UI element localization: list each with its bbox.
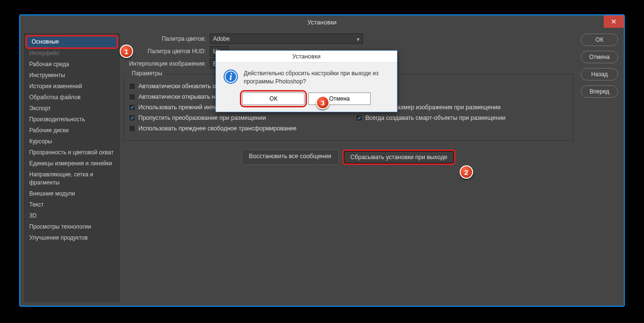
sidebar-item-interface[interactable]: Интерфейс: [24, 48, 119, 59]
annotation-badge-3: 3: [316, 96, 329, 109]
cancel-button[interactable]: Отмена: [581, 51, 618, 63]
reset-on-exit-button[interactable]: Сбрасывать установки при выходе: [342, 150, 455, 165]
dialog-ok-button[interactable]: ОК: [242, 92, 305, 105]
check-label: Автоматически открывать нач: [138, 93, 222, 100]
check-label: Пропустить преобразование при размещении: [138, 115, 266, 121]
back-button[interactable]: Назад: [581, 68, 618, 81]
checkbox[interactable]: [129, 93, 136, 100]
sidebar-item-export[interactable]: Экспорт: [24, 103, 119, 114]
sidebar-item-type[interactable]: Текст: [24, 199, 119, 210]
checkbox[interactable]: [129, 125, 136, 132]
titlebar: Установки ✕: [20, 15, 624, 30]
sidebar: Основные Интерфейс Рабочая среда Инструм…: [24, 34, 120, 302]
window-title: Установки: [307, 19, 337, 26]
palette-value: Adobe: [213, 35, 230, 42]
info-icon: i: [224, 69, 238, 84]
annotation-badge-1: 1: [120, 45, 133, 58]
checkbox[interactable]: [129, 83, 136, 90]
sidebar-item-filehandling[interactable]: Обработка файлов: [24, 92, 119, 103]
restore-messages-button[interactable]: Восстановить все сообщения: [242, 150, 339, 165]
confirm-dialog: Установки i Действительно сбросить настр…: [215, 50, 397, 112]
sidebar-item-3d[interactable]: 3D: [24, 210, 119, 221]
forward-button[interactable]: Вперед: [581, 85, 618, 98]
parameters-legend: Параметры: [129, 70, 165, 77]
check-label: Всегда создавать смарт-объекты при разме…: [365, 115, 506, 121]
sidebar-item-tools[interactable]: Инструменты: [24, 70, 119, 81]
hud-label: Палитра цветов HUD:: [124, 48, 210, 55]
sidebar-item-improvement[interactable]: Улучшение продуктов: [24, 232, 119, 243]
sidebar-item-techpreview[interactable]: Просмотры технологии: [24, 221, 119, 232]
sidebar-item-workspace[interactable]: Рабочая среда: [24, 59, 119, 70]
palette-select[interactable]: Adobe ▾: [210, 34, 363, 44]
sidebar-item-history[interactable]: История изменений: [24, 81, 119, 92]
checkbox[interactable]: [129, 104, 136, 111]
ok-button[interactable]: ОК: [581, 34, 618, 46]
sidebar-item-transparency[interactable]: Прозрачность и цветовой охват: [24, 147, 119, 158]
annotation-badge-2: 2: [460, 165, 473, 179]
close-icon[interactable]: ✕: [604, 15, 624, 28]
dialog-title: Установки: [216, 51, 397, 63]
chevron-down-icon: ▾: [357, 36, 360, 43]
sidebar-item-performance[interactable]: Производительность: [24, 114, 119, 125]
checkbox[interactable]: [129, 115, 136, 121]
sidebar-item-plugins[interactable]: Внешние модули: [24, 188, 119, 199]
sidebar-item-general[interactable]: Основные: [25, 35, 118, 49]
checkbox[interactable]: [356, 115, 362, 121]
check-label: Автоматически обновлять откр: [138, 83, 225, 90]
sidebar-item-guides[interactable]: Направляющие, сетка и фрагменты: [24, 169, 119, 188]
interp-label: Интерполяция изображения:: [124, 60, 210, 67]
palette-label: Палитра цветов:: [124, 35, 210, 42]
check-label: Использовать прежднее свободное трансфор…: [138, 125, 296, 132]
dialog-text: Действительно сбросить настройки при вых…: [244, 69, 389, 86]
sidebar-item-units[interactable]: Единицы измерения и линейки: [24, 158, 119, 169]
sidebar-item-scratch[interactable]: Рабочие диски: [24, 125, 119, 136]
sidebar-item-cursors[interactable]: Курсоры: [24, 136, 119, 147]
